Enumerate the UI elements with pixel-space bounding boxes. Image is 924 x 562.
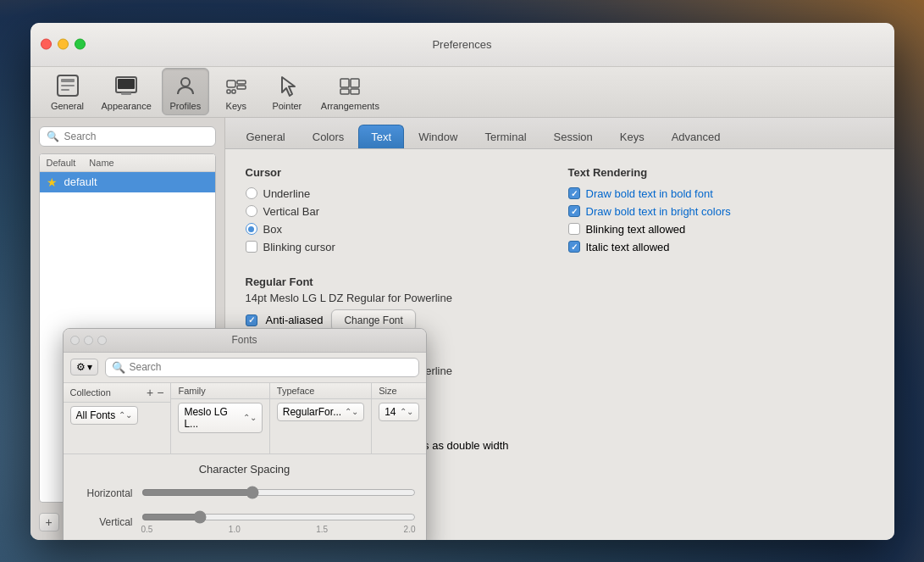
cursor-section: Cursor Underline Vertical Bar Box [246, 166, 551, 259]
size-arrow-icon: ⌃⌄ [400, 407, 413, 416]
size-col: Size 14 ⌃⌄ [372, 383, 425, 453]
character-spacing-title: Character Spacing [74, 463, 416, 476]
add-profile-button[interactable]: + [39, 513, 59, 531]
fonts-toolbar: ⚙ ▾ 🔍 [64, 353, 426, 383]
toolbar-item-arrangements[interactable]: Arrangements [314, 69, 386, 114]
svg-rect-16 [351, 89, 359, 94]
horizontal-spacing-row: Horizontal [74, 486, 416, 502]
regular-font-title: Regular Font [246, 275, 874, 288]
arrangements-icon [336, 72, 363, 99]
cursor-underline-radio[interactable] [246, 187, 257, 199]
minimize-button[interactable] [58, 39, 69, 50]
cursor-section-title: Cursor [246, 166, 551, 179]
text-rendering-section: Text Rendering Draw bold text in bold fo… [568, 166, 874, 259]
italic-allowed-label: Italic text allowed [586, 241, 670, 253]
typeface-header: Typeface [270, 383, 371, 399]
fonts-max[interactable] [97, 336, 107, 345]
pointer-icon [274, 72, 301, 99]
fonts-min[interactable] [84, 336, 93, 345]
fonts-gear-button[interactable]: ⚙ ▾ [70, 359, 98, 376]
italic-allowed-checkbox[interactable] [568, 241, 580, 253]
svg-rect-6 [121, 92, 131, 95]
tab-general[interactable]: General [234, 125, 298, 148]
tab-terminal[interactable]: Terminal [472, 125, 539, 148]
profile-row[interactable]: ★ default [40, 172, 215, 192]
horizontal-slider[interactable] [141, 486, 416, 499]
bold-bold-row: Draw bold text in bold font [568, 187, 874, 200]
tab-keys[interactable]: Keys [607, 125, 657, 148]
toolbar-item-appearance[interactable]: Appearance [95, 69, 158, 114]
bold-bold-checkbox[interactable] [568, 187, 580, 199]
close-button[interactable] [41, 39, 52, 50]
svg-rect-2 [61, 85, 75, 86]
fonts-titlebar: Fonts [64, 329, 426, 353]
tab-session[interactable]: Session [541, 125, 606, 148]
fonts-search-icon: 🔍 [112, 361, 125, 374]
window-title: Preferences [41, 38, 884, 51]
regular-font-section: Regular Font 14pt Meslo LG L DZ Regular … [246, 275, 874, 331]
blink-allowed-row: Blinking text allowed [568, 223, 874, 236]
tabs-bar: General Colors Text Window Terminal Sess… [225, 118, 894, 149]
cursor-blinking-row: Blinking cursor [246, 241, 551, 253]
vertical-slider[interactable] [141, 510, 416, 524]
fonts-search-input[interactable] [130, 361, 412, 373]
cursor-box-radio[interactable] [246, 223, 257, 235]
tick-15: 1.5 [316, 525, 328, 534]
tick-05: 0.5 [141, 525, 153, 534]
bold-bright-row: Draw bold text in bright colors [568, 205, 874, 218]
profile-table-header: Default Name [40, 154, 215, 172]
family-select-row: Meslo LG L... ⌃⌄ [171, 399, 268, 437]
horizontal-label: Horizontal [74, 487, 133, 499]
fonts-gear-arrow-icon: ▾ [87, 361, 92, 373]
svg-rect-8 [227, 81, 235, 87]
keys-label: Keys [226, 101, 246, 111]
bold-bright-label: Draw bold text in bright colors [586, 205, 731, 218]
svg-rect-14 [351, 79, 359, 87]
vertical-spacing-row: Vertical 0.5 1.0 1.5 2.0 [74, 510, 416, 534]
tab-window[interactable]: Window [406, 125, 470, 148]
maximize-button[interactable] [75, 39, 86, 50]
italic-allowed-row: Italic text allowed [568, 241, 874, 253]
search-input[interactable] [64, 131, 208, 142]
collection-list: All Fonts ⌃⌄ [64, 403, 171, 453]
bold-bold-label: Draw bold text in bold font [586, 187, 713, 200]
collection-select-row: All Fonts ⌃⌄ [64, 403, 171, 428]
search-box[interactable]: 🔍 [39, 126, 216, 147]
blink-allowed-checkbox[interactable] [568, 223, 580, 235]
collection-remove-icon[interactable]: − [157, 386, 163, 399]
horizontal-slider-container [141, 486, 416, 502]
svg-rect-3 [61, 89, 69, 91]
svg-rect-9 [227, 90, 230, 93]
cursor-blinking-checkbox[interactable] [246, 241, 257, 253]
typeface-arrow-icon: ⌃⌄ [345, 407, 358, 416]
toolbar-item-pointer[interactable]: Pointer [263, 69, 311, 114]
tab-colors[interactable]: Colors [300, 125, 357, 148]
cursor-vbar-radio[interactable] [246, 205, 257, 217]
cursor-vbar-label: Vertical Bar [263, 205, 319, 218]
tab-text[interactable]: Text [358, 125, 404, 148]
collection-add-icon[interactable]: + [147, 386, 153, 399]
collection-select[interactable]: All Fonts ⌃⌄ [70, 406, 139, 425]
family-header: Family [171, 383, 268, 399]
name-col-header: Name [89, 158, 113, 168]
svg-rect-12 [237, 86, 246, 89]
toolbar-item-profiles[interactable]: Profiles [162, 68, 209, 115]
size-select[interactable]: 14 ⌃⌄ [379, 403, 418, 421]
regular-anti-aliased-checkbox[interactable] [246, 314, 257, 326]
tab-advanced[interactable]: Advanced [659, 125, 733, 148]
character-spacing-section: Character Spacing Horizontal Vertical 0.… [64, 454, 426, 540]
fonts-close[interactable] [70, 336, 80, 345]
appearance-label: Appearance [102, 101, 152, 111]
typeface-select[interactable]: RegularFor... ⌃⌄ [277, 403, 364, 421]
family-select[interactable]: Meslo LG L... ⌃⌄ [178, 403, 262, 433]
family-list: Meslo LG L... ⌃⌄ [171, 399, 268, 450]
family-arrow-icon: ⌃⌄ [243, 413, 257, 422]
bold-bright-checkbox[interactable] [568, 205, 580, 217]
toolbar-item-keys[interactable]: Keys [213, 69, 260, 114]
toolbar-item-general[interactable]: General [44, 69, 91, 114]
svg-rect-10 [232, 90, 235, 93]
slider-ticks: 0.5 1.0 1.5 2.0 [141, 525, 416, 534]
typeface-select-row: RegularFor... ⌃⌄ [270, 399, 371, 425]
fonts-search-box[interactable]: 🔍 [105, 358, 419, 377]
fonts-gear-icon: ⚙ [76, 361, 86, 373]
